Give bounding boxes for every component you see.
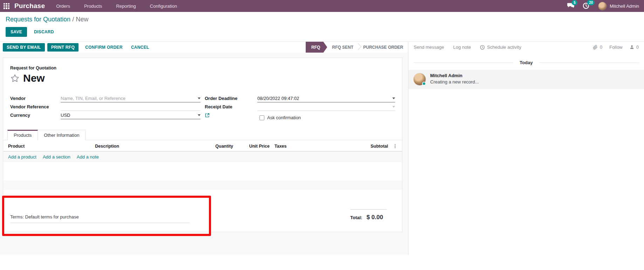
col-description[interactable]: Description [95,144,199,149]
follower-count: 0 [636,45,639,50]
schedule-clock-icon [480,45,485,50]
vendor-input[interactable] [61,96,196,101]
breadcrumb-current: New [76,16,88,23]
order-lines-header: Product Description Quantity Unit Price … [3,140,402,151]
ask-confirmation-label: Ask confirmation [267,115,301,120]
add-line-row: Add a product Add a section Add a note [3,151,402,162]
apps-grid-icon[interactable] [4,3,9,9]
currency-label: Currency [10,113,61,119]
message-author[interactable]: Mitchell Admin [430,73,479,78]
currency-input[interactable] [61,113,196,118]
tab-other-information[interactable]: Other Information [38,130,86,140]
notebook-tabs: Products Other Information [3,130,402,140]
receipt-date-input[interactable] [257,104,390,109]
form-view: Request for Quotation New Vendor [0,53,408,255]
activities-button[interactable]: 20 [583,2,591,9]
menu-reporting[interactable]: Reporting [115,0,136,12]
save-button[interactable]: SAVE [6,27,27,37]
empty-row [3,162,402,171]
doc-type-label: Request for Quotation [10,66,395,70]
vendor-reference-label: Vendor Reference [10,104,61,111]
ask-confirmation-checkbox[interactable] [259,115,264,120]
cancel-button[interactable]: CANCEL [127,43,154,52]
discard-button[interactable]: DISCARD [32,27,56,37]
app-title[interactable]: Purchase [14,2,45,10]
currency-dropdown-caret-icon[interactable] [198,114,201,116]
message-author-avatar [413,73,426,86]
empty-row [3,181,402,190]
attachment-count: 0 [600,45,602,50]
status-pipeline: RFQ RFQ SENT PURCHASE ORDER [306,42,408,53]
today-label: Today [513,60,539,65]
menu-products[interactable]: Products [83,0,103,12]
col-taxes[interactable]: Taxes [270,144,358,149]
action-row: SEND BY EMAIL PRINT RFQ CONFIRM ORDER CA… [0,42,644,53]
breadcrumb: Requests for Quotation / New [6,16,638,23]
order-deadline-label: Order Deadline [205,96,257,102]
paperclip-icon [593,45,598,50]
vendor-label: Vendor [10,96,61,102]
stage-rfq-sent[interactable]: RFQ SENT [327,42,358,53]
optional-columns-icon[interactable]: ⋮ [388,143,402,149]
menu-configuration[interactable]: Configuration [149,0,178,12]
add-a-note-link[interactable]: Add a note [77,154,99,160]
tab-products[interactable]: Products [7,130,38,140]
attachments-button[interactable]: 0 [593,45,602,50]
col-unit-price[interactable]: Unit Price [233,144,270,149]
form-sheet: Request for Quotation New Vendor [3,58,402,232]
receipt-date-caret-icon[interactable] [392,106,395,108]
top-menu: Orders Products Reporting Configuration [55,0,178,12]
follow-button[interactable]: Follow [609,45,623,50]
user-menu[interactable]: Mitchell Admin [598,2,639,11]
vendor-dropdown-caret-icon[interactable] [198,97,201,99]
followers-button[interactable]: 0 [630,45,639,50]
record-title[interactable]: New [23,72,45,84]
user-name: Mitchell Admin [610,4,639,9]
order-deadline-input[interactable] [257,96,390,101]
messages-button[interactable]: 5 [567,2,576,9]
breadcrumb-separator: / [72,16,74,23]
col-quantity[interactable]: Quantity [199,144,233,149]
send-message-button[interactable]: Send message [414,45,444,50]
person-icon [630,45,634,49]
col-subtotal[interactable]: Subtotal [358,144,388,149]
stage-rfq[interactable]: RFQ [306,42,327,53]
stage-purchase-order[interactable]: PURCHASE ORDER [358,42,408,53]
breadcrumb-parent-link[interactable]: Requests for Quotation [6,16,70,23]
col-product[interactable]: Product [3,144,95,149]
total-label: Total: [350,215,362,220]
chatter-panel: Today Mitchell Admin Creating a new reco… [408,53,644,255]
online-status-dot [422,82,426,86]
chatter-message[interactable]: Mitchell Admin Creating a new record... [408,70,644,89]
schedule-activity-button[interactable]: Schedule activity [480,45,521,50]
user-avatar [598,2,607,11]
top-navbar: Purchase Orders Products Reporting Confi… [0,0,644,12]
today-divider: Today [413,60,639,65]
message-body: Creating a new record... [430,79,479,85]
favorite-star-icon[interactable] [10,74,20,83]
add-a-product-link[interactable]: Add a product [8,154,36,160]
control-panel: Requests for Quotation / New SAVE DISCAR… [0,12,644,42]
add-a-section-link[interactable]: Add a section [43,154,70,160]
log-note-button[interactable]: Log note [453,45,471,50]
empty-row [3,190,402,199]
menu-orders[interactable]: Orders [55,0,71,12]
total-block: Total: $ 0.00 [350,209,387,223]
receipt-date-label: Receipt Date [205,104,257,111]
chatter-toolbar: Send message Log note Schedule activity … [408,42,644,53]
vendor-reference-input[interactable] [61,104,201,109]
total-value: $ 0.00 [366,214,383,221]
send-by-email-button[interactable]: SEND BY EMAIL [3,43,45,52]
currency-external-link-icon[interactable] [205,113,210,118]
print-rfq-button[interactable]: PRINT RFQ [47,43,79,52]
empty-row [3,171,402,181]
messages-badge: 5 [572,0,577,5]
confirm-order-button[interactable]: CONFIRM ORDER [81,43,127,52]
activities-badge: 20 [587,0,595,5]
terms-notes-field[interactable]: Terms: Default terms for purchase [10,214,190,223]
order-deadline-caret-icon[interactable] [392,97,395,99]
